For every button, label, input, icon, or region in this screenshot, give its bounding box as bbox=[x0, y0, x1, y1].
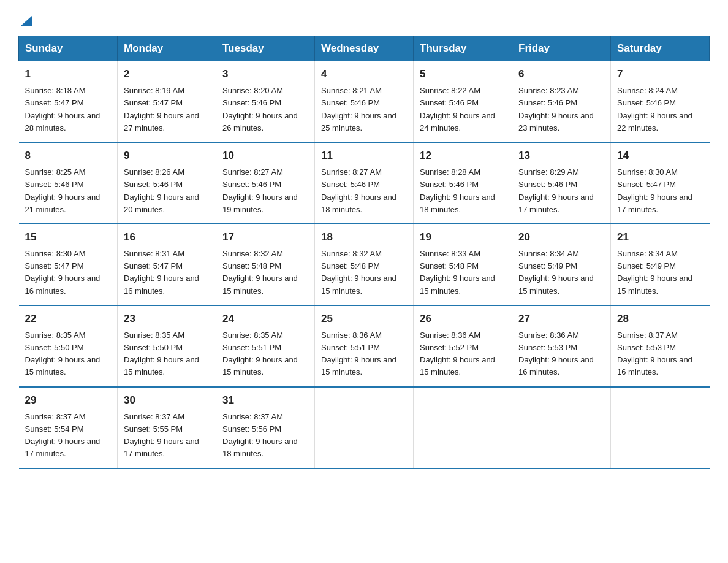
calendar-week-row: 29Sunrise: 8:37 AMSunset: 5:54 PMDayligh… bbox=[19, 387, 710, 469]
day-info: Sunrise: 8:20 AMSunset: 5:46 PMDaylight:… bbox=[222, 85, 308, 134]
day-of-week-header: Friday bbox=[512, 36, 611, 61]
calendar-day-cell: 24Sunrise: 8:35 AMSunset: 5:51 PMDayligh… bbox=[216, 305, 315, 387]
calendar-day-cell: 30Sunrise: 8:37 AMSunset: 5:55 PMDayligh… bbox=[118, 387, 216, 469]
day-number: 14 bbox=[617, 148, 703, 164]
calendar-day-cell: 5Sunrise: 8:22 AMSunset: 5:46 PMDaylight… bbox=[414, 61, 512, 142]
day-of-week-header: Wednesday bbox=[315, 36, 414, 61]
day-number: 23 bbox=[124, 311, 210, 327]
day-info: Sunrise: 8:35 AMSunset: 5:51 PMDaylight:… bbox=[222, 329, 308, 379]
day-info: Sunrise: 8:32 AMSunset: 5:48 PMDaylight:… bbox=[321, 248, 407, 297]
calendar-day-cell: 15Sunrise: 8:30 AMSunset: 5:47 PMDayligh… bbox=[19, 224, 118, 305]
day-info: Sunrise: 8:32 AMSunset: 5:48 PMDaylight:… bbox=[222, 248, 308, 297]
day-of-week-header: Thursday bbox=[414, 36, 512, 61]
calendar-day-cell: 19Sunrise: 8:33 AMSunset: 5:48 PMDayligh… bbox=[414, 224, 512, 305]
calendar-week-row: 1Sunrise: 8:18 AMSunset: 5:47 PMDaylight… bbox=[19, 61, 710, 142]
day-info: Sunrise: 8:30 AMSunset: 5:47 PMDaylight:… bbox=[617, 166, 703, 216]
calendar-day-cell: 2Sunrise: 8:19 AMSunset: 5:47 PMDaylight… bbox=[118, 61, 216, 142]
day-number: 19 bbox=[420, 229, 506, 245]
day-info: Sunrise: 8:31 AMSunset: 5:47 PMDaylight:… bbox=[124, 248, 210, 297]
calendar-day-cell: 8Sunrise: 8:25 AMSunset: 5:46 PMDaylight… bbox=[19, 142, 118, 224]
calendar-day-cell bbox=[414, 387, 512, 469]
day-number: 13 bbox=[518, 148, 604, 164]
calendar-day-cell: 25Sunrise: 8:36 AMSunset: 5:51 PMDayligh… bbox=[315, 305, 414, 387]
day-number: 2 bbox=[124, 66, 210, 82]
day-number: 9 bbox=[124, 148, 210, 164]
day-number: 1 bbox=[25, 66, 112, 82]
day-number: 28 bbox=[617, 311, 703, 327]
day-info: Sunrise: 8:22 AMSunset: 5:46 PMDaylight:… bbox=[420, 85, 506, 134]
calendar-day-cell: 26Sunrise: 8:36 AMSunset: 5:52 PMDayligh… bbox=[414, 305, 512, 387]
day-number: 20 bbox=[518, 229, 604, 245]
day-number: 25 bbox=[321, 311, 407, 327]
page-header bbox=[18, 12, 710, 25]
logo-triangle-icon bbox=[20, 13, 33, 27]
calendar-day-cell: 22Sunrise: 8:35 AMSunset: 5:50 PMDayligh… bbox=[19, 305, 118, 387]
day-number: 3 bbox=[222, 66, 308, 82]
calendar-header: SundayMondayTuesdayWednesdayThursdayFrid… bbox=[19, 36, 710, 61]
day-of-week-header: Sunday bbox=[19, 36, 118, 61]
day-info: Sunrise: 8:18 AMSunset: 5:47 PMDaylight:… bbox=[25, 85, 112, 134]
day-number: 5 bbox=[420, 66, 506, 82]
day-info: Sunrise: 8:27 AMSunset: 5:46 PMDaylight:… bbox=[321, 166, 407, 216]
day-info: Sunrise: 8:29 AMSunset: 5:46 PMDaylight:… bbox=[518, 166, 604, 216]
day-number: 29 bbox=[25, 393, 112, 408]
calendar-day-cell: 14Sunrise: 8:30 AMSunset: 5:47 PMDayligh… bbox=[611, 142, 710, 224]
calendar-day-cell: 18Sunrise: 8:32 AMSunset: 5:48 PMDayligh… bbox=[315, 224, 414, 305]
day-info: Sunrise: 8:24 AMSunset: 5:46 PMDaylight:… bbox=[617, 85, 703, 134]
calendar-week-row: 8Sunrise: 8:25 AMSunset: 5:46 PMDaylight… bbox=[19, 142, 710, 224]
calendar-day-cell bbox=[611, 387, 710, 469]
calendar-day-cell: 12Sunrise: 8:28 AMSunset: 5:46 PMDayligh… bbox=[414, 142, 512, 224]
day-info: Sunrise: 8:36 AMSunset: 5:52 PMDaylight:… bbox=[420, 329, 506, 379]
day-of-week-header: Saturday bbox=[611, 36, 710, 61]
day-info: Sunrise: 8:25 AMSunset: 5:46 PMDaylight:… bbox=[25, 166, 112, 216]
calendar-day-cell: 9Sunrise: 8:26 AMSunset: 5:46 PMDaylight… bbox=[118, 142, 216, 224]
calendar-day-cell: 28Sunrise: 8:37 AMSunset: 5:53 PMDayligh… bbox=[611, 305, 710, 387]
day-number: 27 bbox=[518, 311, 604, 327]
day-number: 18 bbox=[321, 229, 407, 245]
day-info: Sunrise: 8:33 AMSunset: 5:48 PMDaylight:… bbox=[420, 248, 506, 297]
day-info: Sunrise: 8:26 AMSunset: 5:46 PMDaylight:… bbox=[124, 166, 210, 216]
day-number: 26 bbox=[420, 311, 506, 327]
day-number: 7 bbox=[617, 66, 703, 82]
day-info: Sunrise: 8:35 AMSunset: 5:50 PMDaylight:… bbox=[124, 329, 210, 379]
day-number: 10 bbox=[222, 148, 308, 164]
day-number: 21 bbox=[617, 229, 703, 245]
calendar-day-cell: 6Sunrise: 8:23 AMSunset: 5:46 PMDaylight… bbox=[512, 61, 611, 142]
calendar-day-cell: 29Sunrise: 8:37 AMSunset: 5:54 PMDayligh… bbox=[19, 387, 118, 469]
calendar-day-cell: 7Sunrise: 8:24 AMSunset: 5:46 PMDaylight… bbox=[611, 61, 710, 142]
day-number: 8 bbox=[25, 148, 112, 164]
calendar-day-cell: 31Sunrise: 8:37 AMSunset: 5:56 PMDayligh… bbox=[216, 387, 315, 469]
day-number: 31 bbox=[222, 393, 308, 408]
calendar-day-cell bbox=[512, 387, 611, 469]
day-info: Sunrise: 8:37 AMSunset: 5:56 PMDaylight:… bbox=[222, 411, 308, 461]
calendar-day-cell: 3Sunrise: 8:20 AMSunset: 5:46 PMDaylight… bbox=[216, 61, 315, 142]
day-number: 22 bbox=[25, 311, 112, 327]
day-info: Sunrise: 8:19 AMSunset: 5:47 PMDaylight:… bbox=[124, 85, 210, 134]
calendar-day-cell: 10Sunrise: 8:27 AMSunset: 5:46 PMDayligh… bbox=[216, 142, 315, 224]
calendar-day-cell: 20Sunrise: 8:34 AMSunset: 5:49 PMDayligh… bbox=[512, 224, 611, 305]
calendar-day-cell: 11Sunrise: 8:27 AMSunset: 5:46 PMDayligh… bbox=[315, 142, 414, 224]
calendar-day-cell bbox=[315, 387, 414, 469]
day-info: Sunrise: 8:36 AMSunset: 5:53 PMDaylight:… bbox=[518, 329, 604, 379]
calendar-day-cell: 27Sunrise: 8:36 AMSunset: 5:53 PMDayligh… bbox=[512, 305, 611, 387]
calendar-week-row: 15Sunrise: 8:30 AMSunset: 5:47 PMDayligh… bbox=[19, 224, 710, 305]
day-info: Sunrise: 8:37 AMSunset: 5:55 PMDaylight:… bbox=[124, 411, 210, 461]
days-of-week-row: SundayMondayTuesdayWednesdayThursdayFrid… bbox=[19, 36, 710, 61]
day-info: Sunrise: 8:28 AMSunset: 5:46 PMDaylight:… bbox=[420, 166, 506, 216]
day-info: Sunrise: 8:37 AMSunset: 5:53 PMDaylight:… bbox=[617, 329, 703, 379]
day-info: Sunrise: 8:21 AMSunset: 5:46 PMDaylight:… bbox=[321, 85, 407, 134]
calendar-day-cell: 4Sunrise: 8:21 AMSunset: 5:46 PMDaylight… bbox=[315, 61, 414, 142]
calendar-week-row: 22Sunrise: 8:35 AMSunset: 5:50 PMDayligh… bbox=[19, 305, 710, 387]
day-number: 16 bbox=[124, 229, 210, 245]
day-info: Sunrise: 8:36 AMSunset: 5:51 PMDaylight:… bbox=[321, 329, 407, 379]
day-info: Sunrise: 8:37 AMSunset: 5:54 PMDaylight:… bbox=[25, 411, 112, 461]
day-info: Sunrise: 8:30 AMSunset: 5:47 PMDaylight:… bbox=[25, 248, 112, 297]
svg-marker-0 bbox=[21, 16, 32, 26]
day-number: 12 bbox=[420, 148, 506, 164]
calendar-body: 1Sunrise: 8:18 AMSunset: 5:47 PMDaylight… bbox=[19, 61, 710, 469]
day-number: 24 bbox=[222, 311, 308, 327]
day-number: 4 bbox=[321, 66, 407, 82]
day-info: Sunrise: 8:35 AMSunset: 5:50 PMDaylight:… bbox=[25, 329, 112, 379]
day-of-week-header: Monday bbox=[118, 36, 216, 61]
day-info: Sunrise: 8:34 AMSunset: 5:49 PMDaylight:… bbox=[617, 248, 703, 297]
